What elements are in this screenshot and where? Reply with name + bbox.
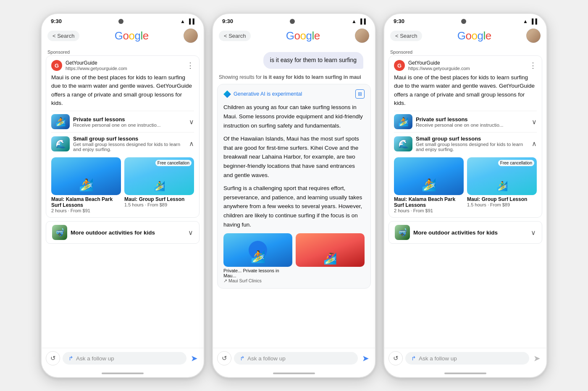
lesson-title-0-left: Private surf lessons bbox=[73, 116, 160, 123]
ad-header-left: G GetYourGuide https://www.getyourguide.… bbox=[51, 60, 194, 71]
lesson-left-1: 🌊 Small group surf lessons Get small gro… bbox=[51, 136, 189, 152]
bottom-bar-middle: ↺ ↱ Ask a follow up ➤ bbox=[213, 348, 375, 370]
reload-button-right[interactable]: ↺ bbox=[388, 351, 403, 365]
avatar-left[interactable] bbox=[184, 29, 198, 43]
more-chevron-left: ∨ bbox=[188, 229, 193, 237]
ai-label-text: Generative AI is experimental bbox=[234, 91, 302, 97]
more-activities-left[interactable]: 🤿 More outdoor activities for kids ∨ bbox=[46, 221, 200, 244]
photo-label-0-right: Maui: Kalama Beach Park Surf Lessons bbox=[394, 196, 464, 208]
home-bar-right bbox=[444, 373, 486, 374]
lesson-left-0: 🏄 Private surf lessons Receive personal … bbox=[51, 114, 160, 129]
send-button-left[interactable]: ➤ bbox=[189, 353, 200, 363]
photo-label-1-left: Maui: Group Surf Lesson bbox=[124, 196, 194, 202]
ai-diamond-icon bbox=[223, 90, 231, 98]
follow-icon-left: ↱ bbox=[68, 355, 74, 362]
status-bar-right: 9:30 ▲ ▐▐ bbox=[384, 14, 546, 26]
free-badge-left: Free cancellation bbox=[155, 160, 192, 166]
follow-up-middle[interactable]: ↱ Ask a follow up bbox=[234, 352, 358, 365]
back-button-left[interactable]: < Search bbox=[47, 31, 79, 41]
lesson-item-0-left[interactable]: 🏄 Private surf lessons Receive personal … bbox=[51, 111, 194, 132]
more-act-left-content: 🤿 More outdoor activities for kids bbox=[52, 225, 155, 240]
status-bar-middle: 9:30 ▲ ▐▐ bbox=[213, 14, 375, 26]
ai-para-0: Children as young as four can take surfi… bbox=[223, 103, 365, 130]
photo-card-0-left[interactable]: Maui: Kalama Beach Park Surf Lessons 2 h… bbox=[51, 157, 121, 213]
follow-icon-middle: ↱ bbox=[240, 355, 245, 362]
photo-label-0-left: Maui: Kalama Beach Park Surf Lessons bbox=[51, 196, 121, 208]
home-indicator-right bbox=[384, 370, 546, 377]
more-activities-right[interactable]: 🤿 More outdoor activities for kids ∨ bbox=[388, 221, 542, 244]
status-icons-middle: ▲ ▐▐ bbox=[352, 18, 366, 24]
ad-text-right: Maui is one of the best places for kids … bbox=[394, 73, 537, 107]
more-icon-left[interactable]: ⋮ bbox=[186, 61, 194, 70]
scroll-area-right[interactable]: Sponsored G GetYourGuide https://www.get… bbox=[384, 46, 546, 348]
phones-container: 9:30 ▲ ▐▐ < Search Google Sponsored G bbox=[41, 13, 547, 378]
chevron-0-left[interactable]: ∨ bbox=[189, 118, 194, 126]
ai-img-card-0[interactable]: Private... Private lessons in Mau... ↗ M… bbox=[223, 233, 292, 283]
ai-img-label-0: Private... Private lessons in Mau... bbox=[223, 268, 292, 278]
ai-para-1: Of the Hawaiian Islands, Maui has the mo… bbox=[223, 134, 365, 180]
lesson-thumb-0-right: 🏄 bbox=[394, 114, 412, 129]
photo-detail-0-left: 2 hours · From $91 bbox=[51, 208, 121, 213]
follow-up-left[interactable]: ↱ Ask a follow up bbox=[63, 352, 186, 365]
back-button-right[interactable]: < Search bbox=[390, 31, 422, 41]
photo-card-1-left[interactable]: Free cancellation Maui: Group Surf Lesso… bbox=[124, 157, 194, 213]
free-badge-right: Free cancellation bbox=[498, 160, 534, 166]
avatar-right[interactable] bbox=[526, 29, 541, 43]
photo-card-1-right[interactable]: Free cancellation Maui: Group Surf Lesso… bbox=[467, 157, 537, 213]
time-middle: 9:30 bbox=[222, 18, 233, 24]
sponsored-right: Sponsored bbox=[384, 46, 546, 55]
lesson-item-1-right[interactable]: 🌊 Small group surf lessons Get small gro… bbox=[394, 132, 537, 155]
lesson-thumb-1-left: 🌊 bbox=[51, 136, 70, 151]
home-bar-middle bbox=[273, 373, 315, 374]
ai-img-card-1[interactable] bbox=[296, 233, 365, 283]
avatar-middle[interactable] bbox=[355, 29, 369, 43]
ad-info-right: G GetYourGuide https://www.getyourguide.… bbox=[394, 60, 470, 71]
google-logo-left: Google bbox=[83, 29, 180, 42]
google-logo-middle: Google bbox=[254, 29, 352, 42]
send-button-middle[interactable]: ➤ bbox=[360, 353, 371, 363]
reload-button-middle[interactable]: ↺ bbox=[217, 351, 231, 365]
scroll-area-middle[interactable]: is it easy for them to learn surfing Sho… bbox=[213, 46, 375, 348]
ai-grid-icon[interactable]: ⊞ bbox=[355, 89, 365, 99]
camera-right bbox=[461, 19, 466, 24]
query-bubble: is it easy for them to learn surfing bbox=[263, 52, 363, 69]
phone-left: 9:30 ▲ ▐▐ < Search Google Sponsored G bbox=[41, 13, 205, 378]
follow-up-right[interactable]: ↱ Ask a follow up bbox=[405, 352, 529, 365]
wifi-icon-m: ▲ bbox=[352, 18, 357, 24]
reload-button-left[interactable]: ↺ bbox=[46, 351, 60, 365]
lesson-thumb-0-left: 🏄 bbox=[51, 114, 70, 129]
more-icon-right[interactable]: ⋮ bbox=[529, 61, 537, 70]
ai-label: Generative AI is experimental bbox=[223, 90, 302, 98]
nav-bar-left: < Search Google bbox=[42, 26, 204, 46]
back-button-middle[interactable]: < Search bbox=[219, 31, 251, 41]
follow-icon-right: ↱ bbox=[411, 355, 416, 362]
photo-card-0-right[interactable]: Maui: Kalama Beach Park Surf Lessons 2 h… bbox=[394, 157, 464, 213]
more-chevron-right: ∨ bbox=[531, 229, 536, 237]
photos-row-right: Maui: Kalama Beach Park Surf Lessons 2 h… bbox=[394, 155, 537, 213]
follow-placeholder-middle: Ask a follow up bbox=[247, 355, 286, 362]
lesson-item-1-left[interactable]: 🌊 Small group surf lessons Get small gro… bbox=[51, 132, 194, 155]
more-act-img-right: 🤿 bbox=[395, 225, 410, 240]
chevron-1-left[interactable]: ∧ bbox=[189, 140, 194, 148]
chevron-1-right[interactable]: ∧ bbox=[532, 140, 537, 148]
more-act-img-left: 🤿 bbox=[52, 225, 67, 240]
scroll-area-left[interactable]: Sponsored G GetYourGuide https://www.get… bbox=[42, 46, 204, 348]
ad-icon-right: G bbox=[394, 60, 405, 71]
chevron-0-right[interactable]: ∨ bbox=[532, 118, 537, 126]
more-act-right-content: 🤿 More outdoor activities for kids bbox=[395, 225, 498, 240]
sponsored-left: Sponsored bbox=[42, 46, 204, 55]
home-indicator-middle bbox=[213, 370, 375, 377]
lesson-sub-0-left: Receive personal one on one instructio..… bbox=[73, 123, 160, 128]
camera-left bbox=[118, 19, 123, 24]
ad-card-right: G GetYourGuide https://www.getyourguide.… bbox=[388, 55, 542, 218]
send-button-right[interactable]: ➤ bbox=[532, 353, 542, 363]
bottom-bar-left: ↺ ↱ Ask a follow up ➤ bbox=[42, 348, 204, 370]
ad-text-left: Maui is one of the best places for kids … bbox=[51, 73, 194, 107]
phone-right: 9:30 ▲ ▐▐ < Search Google Sponsored G bbox=[383, 13, 547, 378]
photo-img-1-left: Free cancellation bbox=[124, 157, 194, 195]
follow-placeholder-right: Ask a follow up bbox=[419, 355, 457, 362]
nav-bar-middle: < Search Google bbox=[213, 26, 375, 46]
ai-img-sub-0: ↗ Maui Surf Clinics bbox=[223, 278, 292, 283]
phone-middle: 9:30 ▲ ▐▐ < Search Google is it easy for… bbox=[212, 13, 376, 378]
lesson-item-0-right[interactable]: 🏄 Private surf lessons Receive personal … bbox=[394, 111, 537, 132]
